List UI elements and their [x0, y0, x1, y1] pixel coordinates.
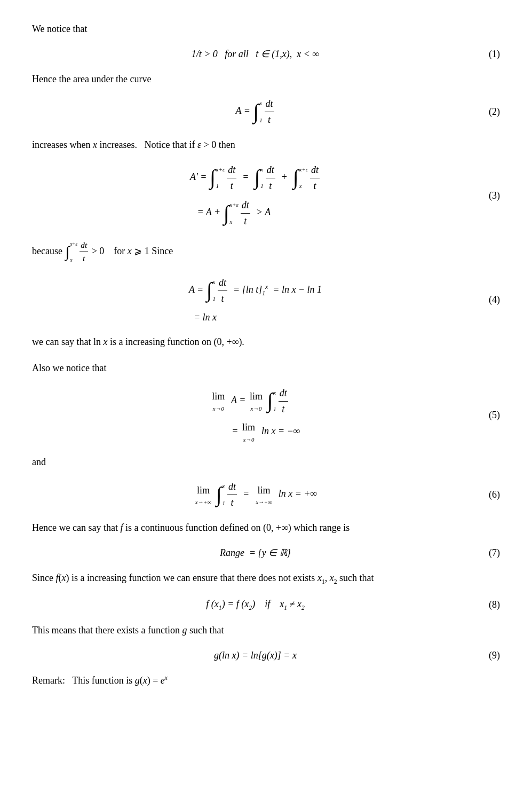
eq7-number: (7): [479, 545, 500, 561]
because-text: because ∫ x+ε x dt t > 0 for x ⩾ 1 Since: [32, 239, 500, 265]
lnx-text: we can say that ln x is a increasing fun…: [32, 334, 500, 350]
eq7-content: Range = {y ∈ ℝ}: [220, 545, 291, 561]
eq4-content: A = ∫ x 1 dt t = [ln t]: [189, 275, 322, 325]
thismeans-text: This means that there exists a function …: [32, 623, 500, 638]
eq8-number: (8): [479, 597, 500, 613]
intro-text: We notice that: [32, 21, 500, 37]
eq3-number: (3): [479, 188, 500, 203]
since-text: Since f(x) is a increasing function we c…: [32, 570, 500, 587]
equation-4: A = ∫ x 1 dt t = [ln t]: [32, 275, 500, 325]
and-text: and: [32, 454, 500, 470]
eq1-content: 1/t > 0 for all t ∈ (1,x), x < ∞: [192, 46, 320, 62]
equation-7: Range = {y ∈ ℝ} (7): [32, 545, 500, 561]
eq9-content: g(ln x) = ln[g(x)] = x: [214, 648, 297, 663]
eq3-content: A' = ∫ x+ε 1 dt t =: [190, 162, 321, 229]
equation-8: f (x1) = f (x2) if x1 ≠ x2 (8): [32, 597, 500, 613]
eq2-desc: Hence the area under the curve: [32, 72, 500, 87]
hence-text: Hence we can say that f is a continuous …: [32, 520, 500, 536]
eq5-number: (5): [479, 407, 500, 423]
equation-1: 1/t > 0 for all t ∈ (1,x), x < ∞ (1): [32, 46, 500, 62]
equation-3: A' = ∫ x+ε 1 dt t =: [32, 162, 500, 229]
eq6-content: lim x→+∞ ∫ x 1 dt t = lim: [194, 479, 317, 511]
eq6-number: (6): [479, 487, 500, 503]
equation-2: A = ∫ x 1 dt t (2): [32, 96, 500, 128]
also-text: Also we notice that: [32, 360, 500, 376]
equation-9: g(ln x) = ln[g(x)] = x (9): [32, 648, 500, 663]
eq5-content: lim x→0 A = lim x→0 ∫ x 1: [210, 386, 300, 445]
eq2-content: A = ∫ x 1 dt t: [235, 96, 275, 128]
eq4-number: (4): [479, 292, 500, 308]
remark-text: Remark: This function is g(x) = ex: [32, 673, 500, 688]
eq1-number: (1): [479, 46, 500, 62]
eq2-number: (2): [479, 104, 500, 120]
eq9-number: (9): [479, 648, 500, 663]
main-content: We notice that 1/t > 0 for all t ∈ (1,x)…: [32, 21, 500, 688]
equation-5: lim x→0 A = lim x→0 ∫ x 1: [32, 386, 500, 445]
eq3-pre-text: increases when x increases. Notice that …: [32, 137, 500, 153]
eq8-content: f (x1) = f (x2) if x1 ≠ x2: [206, 597, 304, 613]
equation-6: lim x→+∞ ∫ x 1 dt t = lim: [32, 479, 500, 511]
